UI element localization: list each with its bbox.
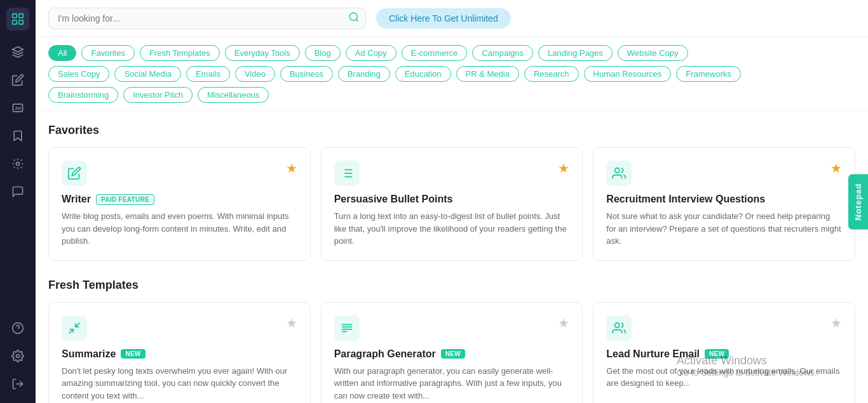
sidebar-edit-icon[interactable] — [6, 69, 29, 91]
cards-grid: ★WriterPAID FEATUREWrite blog posts, ema… — [48, 147, 855, 261]
card-description: Not sure what to ask your candidate? Or … — [606, 210, 842, 248]
svg-rect-1 — [19, 14, 23, 18]
paragraph-icon — [334, 315, 360, 341]
svg-rect-2 — [13, 20, 17, 24]
card-description: Write blog posts, emails and even poems.… — [62, 210, 297, 248]
sidebar-layers-icon[interactable] — [6, 41, 29, 63]
notepad-tab[interactable]: Notepad — [848, 174, 868, 229]
filter-tag[interactable]: Education — [395, 66, 451, 82]
filter-tag[interactable]: Website Copy — [618, 45, 688, 61]
template-card[interactable]: ★WriterPAID FEATUREWrite blog posts, ema… — [48, 147, 311, 261]
sidebar-help-icon[interactable] — [6, 317, 29, 340]
sidebar-ad-icon[interactable]: Ad — [6, 96, 29, 119]
template-card[interactable]: ★Lead Nurture EmailNEWGet the most out o… — [593, 302, 855, 404]
star-icon[interactable]: ★ — [831, 161, 842, 176]
cards-grid: ★SummarizeNEWDon't let pesky long texts … — [48, 302, 855, 404]
filter-tag[interactable]: Sales Copy — [48, 66, 109, 82]
card-description: Don't let pesky long texts overwhelm you… — [62, 365, 297, 402]
cta-button[interactable]: Click Here To Get Unlimited — [376, 8, 511, 29]
main-area: Click Here To Get Unlimited AllFavorites… — [36, 0, 868, 403]
filter-tag[interactable]: Branding — [338, 66, 390, 82]
filter-tag[interactable]: Video — [235, 66, 275, 82]
filter-tag[interactable]: Research — [524, 66, 579, 82]
section: Fresh Templates★SummarizeNEWDon't let pe… — [48, 279, 855, 404]
star-icon[interactable]: ★ — [558, 161, 569, 176]
card-title: SummarizeNEW — [62, 348, 297, 360]
filter-row-2: Sales CopySocial MediaEmailsVideoBusines… — [48, 66, 855, 82]
star-icon[interactable]: ★ — [286, 161, 297, 176]
filter-tag[interactable]: Fresh Templates — [140, 45, 220, 61]
search-wrapper — [48, 8, 366, 29]
template-card[interactable]: ★Paragraph GeneratorNEWWith our paragrap… — [321, 302, 583, 404]
filter-tag[interactable]: All — [48, 45, 76, 61]
card-title: Paragraph GeneratorNEW — [334, 348, 570, 360]
svg-point-20 — [615, 168, 620, 173]
filter-tag[interactable]: Blog — [305, 45, 341, 61]
svg-point-10 — [17, 355, 20, 358]
section-title: Fresh Templates — [48, 279, 855, 292]
compress-icon — [62, 315, 87, 341]
card-title-text: Summarize — [62, 348, 116, 360]
filter-tag[interactable]: Favorites — [81, 45, 134, 61]
card-title-text: Persuasive Bullet Points — [334, 194, 453, 205]
filter-tag[interactable]: Human Resources — [584, 66, 672, 82]
card-description: Turn a long text into an easy-to-digest … — [334, 210, 570, 248]
sidebar-logo[interactable] — [6, 8, 29, 30]
list-icon — [334, 161, 360, 186]
filter-tag[interactable]: Landing Pages — [538, 45, 613, 61]
filter-tag[interactable]: Business — [280, 66, 333, 82]
sidebar-logout-icon[interactable] — [6, 373, 29, 395]
filter-tag[interactable]: Frameworks — [676, 66, 741, 82]
pencil-icon — [62, 161, 87, 186]
svg-rect-0 — [13, 14, 17, 18]
template-card[interactable]: ★Recruitment Interview QuestionsNot sure… — [593, 147, 855, 261]
filter-row-1: AllFavoritesFresh TemplatesEveryday Tool… — [48, 45, 855, 61]
card-title: Recruitment Interview Questions — [606, 194, 842, 205]
filter-tag[interactable]: Campaigns — [472, 45, 533, 61]
people-icon — [606, 315, 632, 341]
card-title: Persuasive Bullet Points — [334, 194, 570, 205]
template-card[interactable]: ★SummarizeNEWDon't let pesky long texts … — [48, 302, 311, 404]
sidebar-bookmark-icon[interactable] — [6, 124, 29, 147]
svg-point-27 — [615, 322, 620, 327]
svg-marker-4 — [13, 47, 24, 52]
filter-tag[interactable]: E-commerce — [402, 45, 468, 61]
card-badge: NEW — [121, 349, 145, 359]
card-description: Get the most out of your leads with nurt… — [606, 365, 842, 390]
card-badge: PAID FEATURE — [96, 194, 154, 205]
filter-tag[interactable]: Brainstorming — [48, 87, 118, 103]
sidebar-plugin-icon[interactable] — [6, 152, 29, 175]
template-card[interactable]: ★Persuasive Bullet PointsTurn a long tex… — [321, 147, 583, 261]
card-title-text: Paragraph Generator — [334, 348, 436, 360]
filter-tag[interactable]: Ad Copy — [346, 45, 397, 61]
card-title-text: Writer — [62, 194, 91, 205]
star-icon[interactable]: ★ — [286, 315, 297, 331]
svg-point-7 — [17, 162, 20, 166]
card-badge: NEW — [705, 349, 729, 359]
filter-tag[interactable]: Everyday Tools — [225, 45, 300, 61]
sidebar-chat-icon[interactable] — [6, 180, 29, 203]
filter-area: AllFavoritesFresh TemplatesEveryday Tool… — [36, 37, 868, 111]
card-title-text: Lead Nurture Email — [606, 348, 700, 360]
filter-tag[interactable]: Emails — [186, 66, 230, 82]
sidebar-settings-icon[interactable] — [6, 345, 29, 367]
filter-tag[interactable]: Social Media — [114, 66, 180, 82]
content-area: Favorites★WriterPAID FEATUREWrite blog p… — [36, 111, 868, 403]
svg-text:Ad: Ad — [15, 106, 21, 110]
svg-line-13 — [356, 19, 358, 21]
filter-tag[interactable]: PR & Media — [456, 66, 519, 82]
star-icon[interactable]: ★ — [558, 315, 569, 331]
card-title: WriterPAID FEATURE — [62, 194, 297, 205]
card-title-text: Recruitment Interview Questions — [606, 194, 765, 205]
section: Favorites★WriterPAID FEATUREWrite blog p… — [48, 124, 855, 261]
filter-tag[interactable]: Investor Pitch — [123, 87, 193, 103]
filter-row-3: BrainstormingInvestor PitchMiscellaneous — [48, 87, 855, 103]
filter-tag[interactable]: Miscellaneous — [198, 87, 269, 103]
people-icon — [606, 161, 632, 186]
topbar: Click Here To Get Unlimited — [36, 0, 868, 37]
sidebar: Ad — [0, 0, 36, 403]
star-icon[interactable]: ★ — [831, 315, 842, 331]
section-title: Favorites — [48, 124, 855, 137]
search-icon — [348, 11, 360, 25]
search-input[interactable] — [48, 8, 366, 29]
